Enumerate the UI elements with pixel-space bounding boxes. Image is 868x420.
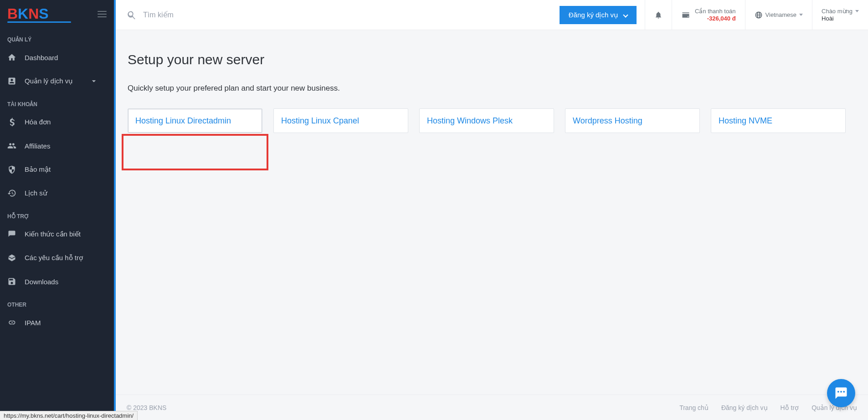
people-icon bbox=[7, 141, 16, 150]
sidebar-item-label: Quản lý dịch vụ bbox=[25, 77, 73, 85]
search-icon bbox=[127, 10, 137, 20]
account-box-icon bbox=[7, 77, 16, 86]
topbar: Đăng ký dịch vụ Cần thanh toán -326,040 … bbox=[116, 0, 868, 30]
chat-widget-button[interactable] bbox=[827, 379, 855, 407]
shield-icon bbox=[7, 165, 16, 174]
globe-icon bbox=[755, 11, 763, 19]
sidebar: BKNS QUẢN LÝ Dashboard Quản lý dịch vụ T… bbox=[0, 0, 114, 420]
language-label: Vietnamese bbox=[765, 11, 796, 18]
sidebar-item-label: Dashboard bbox=[25, 54, 58, 61]
sidebar-item-label: Kiến thức cần biết bbox=[25, 230, 81, 238]
search-wrap bbox=[116, 10, 560, 20]
sidebar-item-label: Các yêu cầu hỗ trợ bbox=[25, 254, 83, 262]
footer: © 2023 BKNS Trang chủ Đăng ký dịch vụ Hỗ… bbox=[116, 394, 868, 420]
sidebar-item-ipam[interactable]: IPAM bbox=[0, 311, 114, 334]
brand-logo[interactable]: BKNS bbox=[7, 5, 71, 23]
user-menu[interactable]: Chào mừng Hoài bbox=[812, 0, 868, 30]
sidebar-section-other: OTHER bbox=[0, 293, 114, 311]
sidebar-item-invoice[interactable]: Hóa đơn bbox=[0, 110, 114, 134]
wallet-icon bbox=[681, 10, 690, 20]
sidebar-item-knowledge[interactable]: Kiến thức cần biết bbox=[0, 222, 114, 246]
caret-down-icon bbox=[799, 14, 803, 16]
balance-button[interactable]: Cần thanh toán -326,040 đ bbox=[672, 0, 745, 30]
bell-icon bbox=[654, 11, 663, 19]
dollar-icon bbox=[7, 118, 16, 127]
footer-link-home[interactable]: Trang chủ bbox=[679, 404, 709, 411]
sidebar-section-manage: QUẢN LÝ bbox=[0, 28, 114, 46]
balance-value: -326,040 đ bbox=[695, 15, 736, 22]
sidebar-item-services[interactable]: Quản lý dịch vụ bbox=[0, 69, 114, 93]
register-label: Đăng ký dịch vụ bbox=[569, 11, 618, 19]
plan-tile-directadmin[interactable]: Hosting Linux Directadmin bbox=[128, 108, 262, 133]
caret-down-icon bbox=[855, 10, 859, 12]
sidebar-section-support: HỖ TRỢ bbox=[0, 205, 114, 222]
sidebar-item-downloads[interactable]: Downloads bbox=[0, 270, 114, 293]
content: Setup your new server Quickly setup your… bbox=[116, 30, 868, 420]
page-subtitle: Quickly setup your prefered plan and sta… bbox=[128, 84, 856, 93]
chat-icon bbox=[834, 386, 848, 400]
sidebar-item-history[interactable]: Lịch sử bbox=[0, 181, 114, 205]
logo-bar: BKNS bbox=[0, 0, 114, 28]
language-selector[interactable]: Vietnamese bbox=[745, 0, 812, 30]
notifications-button[interactable] bbox=[645, 0, 672, 30]
menu-toggle-icon[interactable] bbox=[98, 11, 107, 17]
highlight-box bbox=[122, 134, 268, 170]
home-icon bbox=[7, 53, 16, 62]
plan-tile-cpanel[interactable]: Hosting Linux Cpanel bbox=[273, 108, 408, 133]
sidebar-item-label: Hóa đơn bbox=[25, 118, 51, 126]
register-service-button[interactable]: Đăng ký dịch vụ bbox=[560, 6, 637, 24]
search-input[interactable] bbox=[143, 11, 371, 19]
sidebar-item-requests[interactable]: Các yêu cầu hỗ trợ bbox=[0, 246, 114, 270]
chevron-down-icon bbox=[89, 77, 98, 86]
footer-link-support[interactable]: Hỗ trợ bbox=[781, 404, 799, 411]
page-title: Setup your new server bbox=[128, 52, 856, 67]
plan-tile-nvme[interactable]: Hosting NVME bbox=[711, 108, 846, 133]
sidebar-item-label: Bảo mật bbox=[25, 165, 51, 174]
sidebar-item-label: Downloads bbox=[25, 278, 58, 286]
main-area: Đăng ký dịch vụ Cần thanh toán -326,040 … bbox=[116, 0, 868, 420]
sidebar-item-security[interactable]: Bảo mật bbox=[0, 158, 114, 181]
username-label: Hoài bbox=[822, 15, 834, 22]
link-icon bbox=[7, 318, 16, 327]
plan-tile-wordpress[interactable]: Wordpress Hosting bbox=[565, 108, 700, 133]
balance-label: Cần thanh toán bbox=[695, 8, 736, 15]
sidebar-item-affiliates[interactable]: Affiliates bbox=[0, 134, 114, 158]
chevron-down-icon bbox=[623, 12, 628, 17]
note-icon bbox=[7, 230, 16, 239]
footer-link-register[interactable]: Đăng ký dịch vụ bbox=[721, 404, 768, 411]
tile-grid: Hosting Linux Directadmin Hosting Linux … bbox=[128, 108, 856, 133]
footer-copyright: © 2023 BKNS bbox=[127, 404, 166, 411]
sidebar-item-label: Affiliates bbox=[25, 142, 50, 150]
sidebar-section-account: TÀI KHOẢN bbox=[0, 93, 114, 110]
status-bar-url: https://my.bkns.net/cart/hosting-linux-d… bbox=[0, 411, 138, 420]
history-icon bbox=[7, 189, 16, 198]
greeting-label: Chào mừng bbox=[822, 8, 853, 15]
sidebar-item-label: Lịch sử bbox=[25, 189, 47, 197]
plan-tile-plesk[interactable]: Hosting Windows Plesk bbox=[419, 108, 554, 133]
box-icon bbox=[7, 253, 16, 262]
sidebar-item-label: IPAM bbox=[25, 319, 41, 327]
save-icon bbox=[7, 277, 16, 286]
sidebar-item-dashboard[interactable]: Dashboard bbox=[0, 46, 114, 69]
